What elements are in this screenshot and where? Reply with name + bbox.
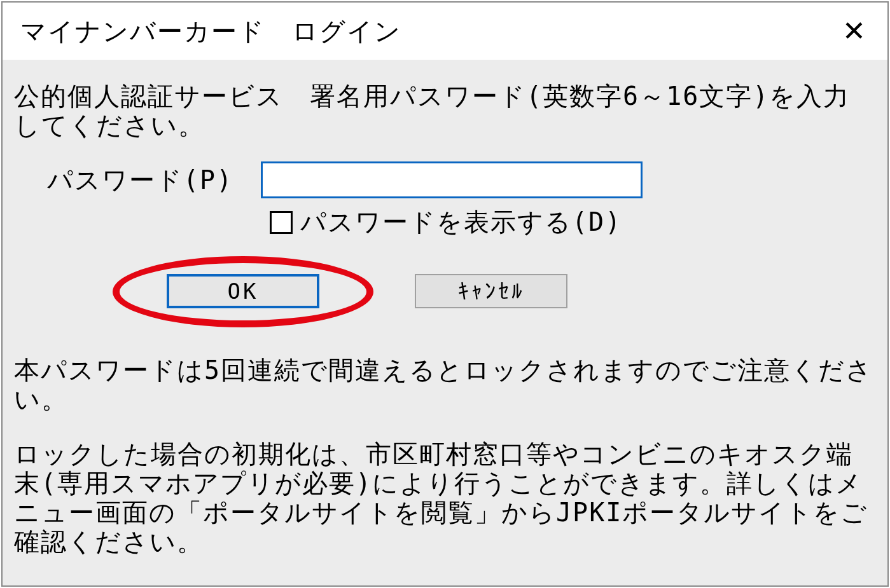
ok-button-label: OK <box>228 278 259 304</box>
button-row: OK ｷｬﾝｾﾙ <box>14 263 876 320</box>
password-input[interactable] <box>261 161 643 198</box>
cancel-button[interactable]: ｷｬﾝｾﾙ <box>415 274 567 308</box>
show-password-checkbox[interactable] <box>270 211 293 234</box>
instruction-text: 公的個人認証サービス 署名用パスワード(英数字6～16文字)を入力してください。 <box>14 81 876 140</box>
dialog-body: 公的個人認証サービス 署名用パスワード(英数字6～16文字)を入力してください。… <box>3 60 887 585</box>
window-title: マイナンバーカード ログイン <box>20 14 401 49</box>
titlebar: マイナンバーカード ログイン ✕ <box>3 3 887 60</box>
cancel-button-label: ｷｬﾝｾﾙ <box>458 278 525 304</box>
password-row: パスワード(P) <box>47 161 876 198</box>
show-password-label: パスワードを表示する(D) <box>300 205 622 240</box>
ok-button[interactable]: OK <box>167 274 319 308</box>
close-icon[interactable]: ✕ <box>833 13 875 49</box>
lockout-warning-text: 本パスワードは5回連続で間違えるとロックされますのでご注意ください。 <box>14 355 876 414</box>
password-label: パスワード(P) <box>47 163 261 198</box>
lock-reset-info-text: ロックした場合の初期化は、市区町村窓口等やコンビニのキオスク端末(専用スマホアプ… <box>14 439 876 556</box>
login-dialog-window: マイナンバーカード ログイン ✕ 公的個人認証サービス 署名用パスワード(英数字… <box>1 1 889 587</box>
show-password-row: パスワードを表示する(D) <box>270 205 876 240</box>
